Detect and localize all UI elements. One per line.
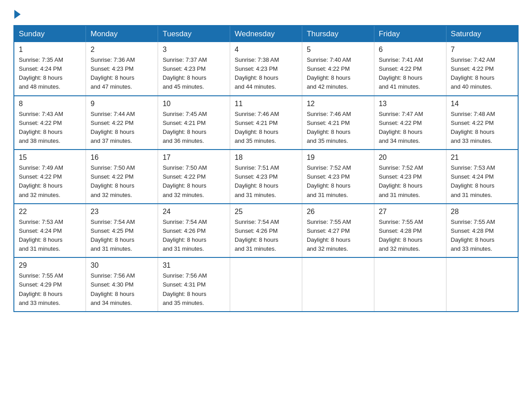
day-info: Sunrise: 7:52 AMSunset: 4:23 PMDaylight:… bbox=[379, 163, 442, 200]
day-of-week-header: Monday bbox=[86, 26, 158, 42]
day-number: 16 bbox=[90, 154, 153, 162]
calendar-cell bbox=[374, 257, 446, 312]
day-info: Sunrise: 7:53 AMSunset: 4:24 PMDaylight:… bbox=[19, 218, 81, 254]
calendar-cell: 13 Sunrise: 7:47 AMSunset: 4:22 PMDaylig… bbox=[374, 96, 446, 150]
calendar-cell: 3 Sunrise: 7:37 AMSunset: 4:23 PMDayligh… bbox=[158, 42, 230, 96]
day-info: Sunrise: 7:37 AMSunset: 4:23 PMDaylight:… bbox=[163, 56, 225, 92]
day-info: Sunrise: 7:38 AMSunset: 4:23 PMDaylight:… bbox=[235, 56, 297, 92]
day-number: 8 bbox=[19, 100, 81, 108]
day-info: Sunrise: 7:50 AMSunset: 4:22 PMDaylight:… bbox=[163, 163, 225, 200]
calendar-week-row: 8 Sunrise: 7:43 AMSunset: 4:22 PMDayligh… bbox=[14, 96, 518, 150]
calendar-cell: 27 Sunrise: 7:55 AMSunset: 4:28 PMDaylig… bbox=[374, 204, 446, 258]
day-info: Sunrise: 7:47 AMSunset: 4:22 PMDaylight:… bbox=[379, 110, 442, 146]
day-number: 4 bbox=[235, 46, 297, 54]
day-number: 23 bbox=[90, 208, 153, 216]
calendar-cell: 12 Sunrise: 7:46 AMSunset: 4:21 PMDaylig… bbox=[302, 96, 374, 150]
calendar-cell: 10 Sunrise: 7:45 AMSunset: 4:21 PMDaylig… bbox=[158, 96, 230, 150]
day-number: 30 bbox=[90, 261, 153, 270]
day-info: Sunrise: 7:54 AMSunset: 4:26 PMDaylight:… bbox=[235, 218, 297, 254]
day-info: Sunrise: 7:54 AMSunset: 4:25 PMDaylight:… bbox=[90, 218, 153, 254]
day-of-week-header: Friday bbox=[374, 26, 446, 42]
day-info: Sunrise: 7:54 AMSunset: 4:26 PMDaylight:… bbox=[163, 218, 225, 254]
day-info: Sunrise: 7:55 AMSunset: 4:28 PMDaylight:… bbox=[379, 218, 442, 254]
day-of-week-header: Saturday bbox=[446, 26, 518, 42]
calendar-cell bbox=[302, 257, 374, 312]
day-info: Sunrise: 7:55 AMSunset: 4:29 PMDaylight:… bbox=[19, 271, 81, 308]
day-number: 9 bbox=[90, 100, 153, 108]
calendar-cell: 16 Sunrise: 7:50 AMSunset: 4:22 PMDaylig… bbox=[86, 150, 158, 204]
calendar-cell: 7 Sunrise: 7:42 AMSunset: 4:22 PMDayligh… bbox=[446, 42, 518, 96]
day-number: 3 bbox=[163, 46, 225, 54]
calendar-cell: 28 Sunrise: 7:55 AMSunset: 4:28 PMDaylig… bbox=[446, 204, 518, 258]
day-info: Sunrise: 7:53 AMSunset: 4:24 PMDaylight:… bbox=[451, 163, 513, 200]
calendar-cell: 23 Sunrise: 7:54 AMSunset: 4:25 PMDaylig… bbox=[86, 204, 158, 258]
day-number: 24 bbox=[163, 208, 225, 216]
day-info: Sunrise: 7:49 AMSunset: 4:22 PMDaylight:… bbox=[19, 163, 81, 200]
day-number: 17 bbox=[163, 154, 225, 162]
calendar-cell: 5 Sunrise: 7:40 AMSunset: 4:22 PMDayligh… bbox=[302, 42, 374, 96]
day-number: 22 bbox=[19, 208, 81, 216]
day-of-week-header: Wednesday bbox=[230, 26, 302, 42]
calendar-cell: 15 Sunrise: 7:49 AMSunset: 4:22 PMDaylig… bbox=[14, 150, 86, 204]
day-info: Sunrise: 7:43 AMSunset: 4:22 PMDaylight:… bbox=[19, 110, 81, 146]
calendar-cell: 6 Sunrise: 7:41 AMSunset: 4:22 PMDayligh… bbox=[374, 42, 446, 96]
day-info: Sunrise: 7:46 AMSunset: 4:21 PMDaylight:… bbox=[235, 110, 297, 146]
day-info: Sunrise: 7:55 AMSunset: 4:27 PMDaylight:… bbox=[307, 218, 369, 254]
calendar-cell: 17 Sunrise: 7:50 AMSunset: 4:22 PMDaylig… bbox=[158, 150, 230, 204]
day-number: 2 bbox=[90, 46, 153, 54]
day-info: Sunrise: 7:40 AMSunset: 4:22 PMDaylight:… bbox=[307, 56, 369, 92]
calendar-cell: 22 Sunrise: 7:53 AMSunset: 4:24 PMDaylig… bbox=[14, 204, 86, 258]
day-info: Sunrise: 7:36 AMSunset: 4:23 PMDaylight:… bbox=[90, 56, 153, 92]
calendar-cell: 4 Sunrise: 7:38 AMSunset: 4:23 PMDayligh… bbox=[230, 42, 302, 96]
day-info: Sunrise: 7:56 AMSunset: 4:31 PMDaylight:… bbox=[163, 271, 225, 308]
calendar-cell: 2 Sunrise: 7:36 AMSunset: 4:23 PMDayligh… bbox=[86, 42, 158, 96]
page-header bbox=[13, 9, 519, 17]
day-info: Sunrise: 7:35 AMSunset: 4:24 PMDaylight:… bbox=[19, 56, 81, 92]
day-number: 10 bbox=[163, 100, 225, 108]
day-number: 18 bbox=[235, 154, 297, 162]
day-number: 27 bbox=[379, 208, 442, 216]
calendar-table: SundayMondayTuesdayWednesdayThursdayFrid… bbox=[13, 25, 519, 312]
day-number: 13 bbox=[379, 100, 442, 108]
calendar-week-row: 22 Sunrise: 7:53 AMSunset: 4:24 PMDaylig… bbox=[14, 204, 518, 258]
logo-triangle-icon bbox=[14, 10, 21, 19]
day-info: Sunrise: 7:46 AMSunset: 4:21 PMDaylight:… bbox=[307, 110, 369, 146]
calendar-header-row: SundayMondayTuesdayWednesdayThursdayFrid… bbox=[14, 26, 518, 42]
calendar-cell: 31 Sunrise: 7:56 AMSunset: 4:31 PMDaylig… bbox=[158, 257, 230, 312]
day-of-week-header: Tuesday bbox=[158, 26, 230, 42]
day-number: 7 bbox=[451, 46, 513, 54]
day-number: 11 bbox=[235, 100, 297, 108]
calendar-cell: 30 Sunrise: 7:56 AMSunset: 4:30 PMDaylig… bbox=[86, 257, 158, 312]
day-info: Sunrise: 7:50 AMSunset: 4:22 PMDaylight:… bbox=[90, 163, 153, 200]
calendar-cell: 24 Sunrise: 7:54 AMSunset: 4:26 PMDaylig… bbox=[158, 204, 230, 258]
day-info: Sunrise: 7:42 AMSunset: 4:22 PMDaylight:… bbox=[451, 56, 513, 92]
day-info: Sunrise: 7:51 AMSunset: 4:23 PMDaylight:… bbox=[235, 163, 297, 200]
calendar-week-row: 29 Sunrise: 7:55 AMSunset: 4:29 PMDaylig… bbox=[14, 257, 518, 312]
calendar-cell: 1 Sunrise: 7:35 AMSunset: 4:24 PMDayligh… bbox=[14, 42, 86, 96]
calendar-cell bbox=[446, 257, 518, 312]
logo bbox=[13, 9, 21, 17]
calendar-cell: 25 Sunrise: 7:54 AMSunset: 4:26 PMDaylig… bbox=[230, 204, 302, 258]
calendar-cell: 26 Sunrise: 7:55 AMSunset: 4:27 PMDaylig… bbox=[302, 204, 374, 258]
calendar-cell: 8 Sunrise: 7:43 AMSunset: 4:22 PMDayligh… bbox=[14, 96, 86, 150]
day-number: 21 bbox=[451, 154, 513, 162]
calendar-cell: 29 Sunrise: 7:55 AMSunset: 4:29 PMDaylig… bbox=[14, 257, 86, 312]
calendar-cell: 9 Sunrise: 7:44 AMSunset: 4:22 PMDayligh… bbox=[86, 96, 158, 150]
calendar-cell: 19 Sunrise: 7:52 AMSunset: 4:23 PMDaylig… bbox=[302, 150, 374, 204]
day-info: Sunrise: 7:55 AMSunset: 4:28 PMDaylight:… bbox=[451, 218, 513, 254]
day-number: 12 bbox=[307, 100, 369, 108]
calendar-cell bbox=[230, 257, 302, 312]
day-info: Sunrise: 7:52 AMSunset: 4:23 PMDaylight:… bbox=[307, 163, 369, 200]
day-number: 1 bbox=[19, 46, 81, 54]
calendar-cell: 11 Sunrise: 7:46 AMSunset: 4:21 PMDaylig… bbox=[230, 96, 302, 150]
day-number: 25 bbox=[235, 208, 297, 216]
calendar-week-row: 1 Sunrise: 7:35 AMSunset: 4:24 PMDayligh… bbox=[14, 42, 518, 96]
day-info: Sunrise: 7:56 AMSunset: 4:30 PMDaylight:… bbox=[90, 271, 153, 308]
day-number: 26 bbox=[307, 208, 369, 216]
day-info: Sunrise: 7:48 AMSunset: 4:22 PMDaylight:… bbox=[451, 110, 513, 146]
day-number: 15 bbox=[19, 154, 81, 162]
day-info: Sunrise: 7:41 AMSunset: 4:22 PMDaylight:… bbox=[379, 56, 442, 92]
calendar-cell: 20 Sunrise: 7:52 AMSunset: 4:23 PMDaylig… bbox=[374, 150, 446, 204]
day-of-week-header: Sunday bbox=[14, 26, 86, 42]
day-number: 31 bbox=[163, 261, 225, 270]
